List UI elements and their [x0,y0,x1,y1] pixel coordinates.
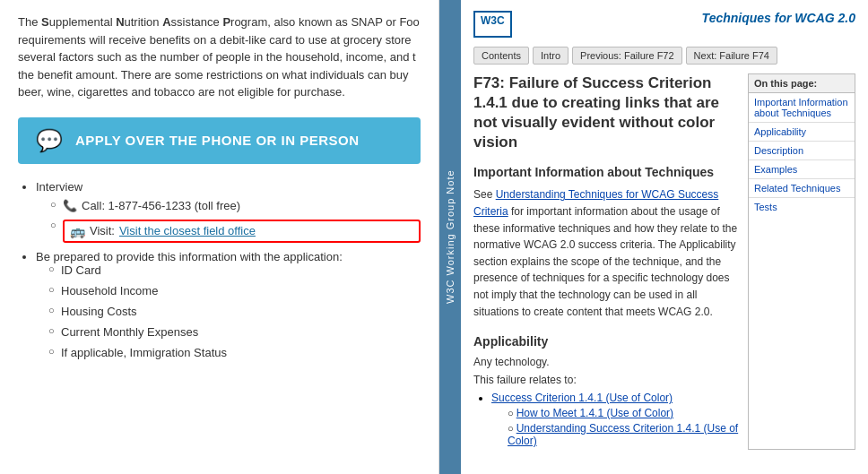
prepare-housing: Housing Costs [48,305,421,318]
visit-link[interactable]: Visit the closest field office [119,224,256,237]
apply-banner[interactable]: 💬 APPLY OVER THE PHONE OR IN PERSON [18,117,421,164]
sidebar-item-related[interactable]: Related Techniques [749,179,855,198]
prepare-income: Household Income [48,284,421,297]
interview-section: Interview 📞 Call: 1-877-456-1233 (toll f… [18,180,421,359]
sc-item: Success Criterion 1.4.1 (Use of Color) H… [491,392,739,447]
nav-tabs: Contents Intro Previous: Failure F72 Nex… [473,47,855,65]
w3c-header: W3C Techniques for WCAG 2.0 [473,11,855,38]
understanding-link[interactable]: Understanding Techniques for WCAG Succes… [473,188,718,218]
phone-icon: 📞 [63,199,77,212]
page-heading: F73: Failure of Success Criterion 1.4.1 … [473,73,739,152]
prepare-expenses: Current Monthly Expenses [48,325,421,339]
section2-heading: Applicability [473,334,739,349]
main-content: F73: Failure of Success Criterion 1.4.1 … [473,73,739,450]
prepare-immigration: If applicable, Immigration Status [48,346,421,359]
prepare-id: ID Card [48,263,421,277]
how-to-meet-link[interactable]: How to Meet 1.4.1 (Use of Color) [516,407,673,419]
tab-next[interactable]: Next: Failure F74 [686,47,777,65]
visit-item: 🚌 Visit: Visit the closest field office [50,220,421,243]
section1-body: See Understanding Techniques for WCAG Su… [473,186,739,320]
on-this-page-title: On this page: [749,74,855,93]
tab-intro[interactable]: Intro [533,47,569,65]
bus-icon: 🚌 [70,224,85,238]
call-item: 📞 Call: 1-877-456-1233 (toll free) [50,199,421,212]
intro-text: The Supplemental Nutrition Assistance Pr… [18,13,421,101]
interview-item: Interview 📞 Call: 1-877-456-1233 (toll f… [36,180,421,243]
section-applicability: Applicability Any technology. This failu… [473,334,739,447]
apply-banner-text: APPLY OVER THE PHONE OR IN PERSON [75,133,360,148]
understanding-sc: Understanding Success Criterion 1.4.1 (U… [508,422,739,447]
sidebar-item-applicability[interactable]: Applicability [749,123,855,142]
w3c-logo: W3C [473,11,512,38]
tab-contents[interactable]: Contents [473,47,529,65]
content-area: F73: Failure of Success Criterion 1.4.1 … [473,73,855,450]
section-important: Important Information about Techniques S… [473,165,739,320]
sc-link[interactable]: Success Criterion 1.4.1 (Use of Color) [491,392,673,404]
sidebar-item-important[interactable]: Important Information about Techniques [749,93,855,123]
right-panel: W3C Working Group Note W3C Techniques fo… [439,0,868,474]
any-technology: Any technology. [473,356,739,368]
chat-icon: 💬 [36,130,63,151]
failure-label: This failure relates to: [473,374,739,386]
w3c-main-content: W3C Techniques for WCAG 2.0 Contents Int… [461,0,868,474]
on-this-page-sidebar: On this page: Important Information abou… [748,73,855,450]
sidebar-item-tests[interactable]: Tests [749,198,855,216]
sidebar-item-description[interactable]: Description [749,142,855,160]
understanding-sc-link[interactable]: Understanding Success Criterion 1.4.1 (U… [508,422,738,447]
left-panel: The Supplemental Nutrition Assistance Pr… [0,0,439,474]
visit-label: Visit: [90,224,115,237]
section1-heading: Important Information about Techniques [473,165,739,179]
w3c-sidebar-label: W3C Working Group Note [439,0,461,474]
prepare-item: Be prepared to provide this information … [36,250,421,359]
wcag-title: Techniques for WCAG 2.0 [702,11,855,25]
sidebar-item-examples[interactable]: Examples [749,160,855,179]
how-to-meet: How to Meet 1.4.1 (Use of Color) [508,407,739,419]
tab-previous[interactable]: Previous: Failure F72 [572,47,682,65]
